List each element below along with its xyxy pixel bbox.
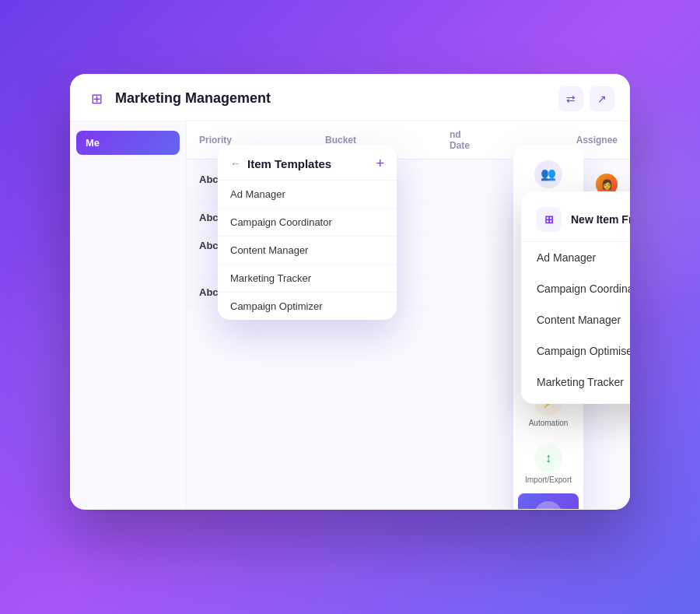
templates-icon: ⊞ — [534, 501, 562, 509]
left-sidebar: Me — [70, 121, 187, 509]
dropdown-header: ⊞ New Item From Template — [521, 198, 630, 242]
sidebar-tab-me[interactable]: Me — [76, 131, 180, 155]
dropdown-menu: ⊞ New Item From Template Ad Manager Camp… — [521, 191, 630, 404]
col-priority: Priority — [199, 135, 232, 146]
window-body: Me Priority Bucket nd Date Assignee Abc … — [70, 121, 630, 509]
template-item[interactable]: Content Manager — [218, 237, 397, 265]
app-icon: ⊞ — [86, 88, 107, 110]
app-title: Marketing Management — [115, 90, 558, 107]
col-bucket: Bucket — [325, 135, 356, 146]
templates-panel-title: Item Templates — [247, 157, 376, 170]
dropdown-item-campaign-optimiser[interactable]: Campaign Optimiser — [521, 335, 630, 367]
col-date: nd Date — [450, 129, 483, 151]
template-item[interactable]: Campaign Optimizer — [218, 293, 397, 320]
window-header: ⊞ Marketing Management ⇄ ↗ — [70, 74, 630, 121]
app-window: ⊞ Marketing Management ⇄ ↗ Me Priority B… — [70, 74, 630, 510]
dropdown-item-ad-manager[interactable]: Ad Manager — [521, 242, 630, 273]
import-icon: ↕ — [534, 444, 562, 472]
templates-add-button[interactable]: + — [376, 156, 384, 172]
dropdown-item-content-manager[interactable]: Content Manager — [521, 304, 630, 335]
templates-header: ← Item Templates + — [218, 145, 397, 181]
filter-button[interactable]: ⇄ — [558, 86, 583, 111]
panel-templates[interactable]: ⊞ Templates — [518, 493, 579, 509]
dropdown-header-label: New Item From Template — [571, 213, 630, 226]
main-content: Priority Bucket nd Date Assignee Abc Jul… — [187, 121, 630, 509]
dropdown-item-campaign-coordinator[interactable]: Campaign Coordinator — [521, 273, 630, 304]
col-assignee: Assignee — [576, 135, 618, 146]
template-item[interactable]: Ad Manager — [218, 181, 397, 209]
templates-back-icon[interactable]: ← — [230, 157, 241, 170]
members-icon: 👥 — [534, 160, 562, 188]
reflection — [78, 513, 622, 591]
automation-label: Automation — [529, 419, 569, 427]
share-button[interactable]: ↗ — [590, 86, 614, 111]
panel-import[interactable]: ↕ Import/Export — [518, 437, 579, 492]
templates-panel: ← Item Templates + Ad Manager Campaign C… — [218, 145, 397, 320]
template-item[interactable]: Campaign Coordinator — [218, 209, 397, 237]
import-label: Import/Export — [525, 475, 572, 484]
template-item[interactable]: Marketing Tracker — [218, 265, 397, 293]
dropdown-header-icon: ⊞ — [537, 207, 562, 232]
header-actions: ⇄ ↗ — [558, 86, 614, 111]
dropdown-item-marketing-tracker[interactable]: Marketing Tracker — [521, 367, 630, 398]
